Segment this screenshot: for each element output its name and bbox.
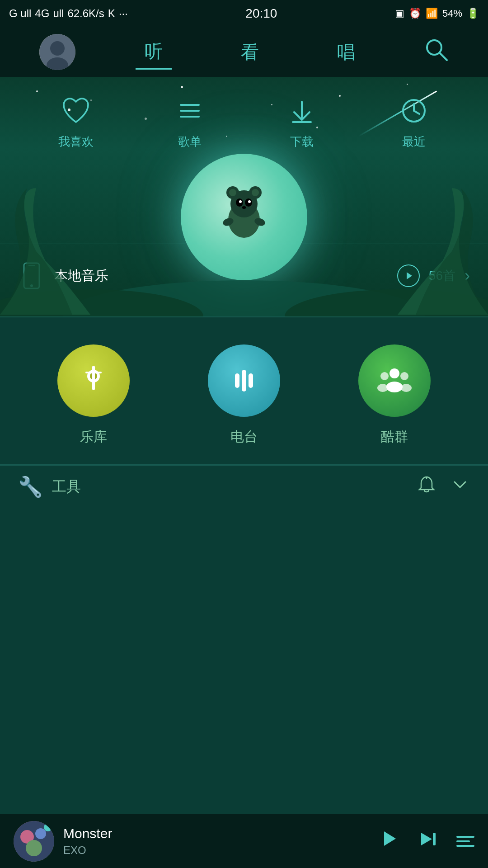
feature-section: 乐库 电台 <box>0 317 488 464</box>
svg-rect-38 <box>249 373 253 388</box>
signal2-icon: ull <box>53 7 64 20</box>
svg-rect-37 <box>242 370 246 392</box>
download-label: 下载 <box>290 134 314 150</box>
quick-action-download[interactable]: 下载 <box>286 95 318 150</box>
network-speed: 62.6K/s <box>67 7 104 20</box>
player-avatar[interactable] <box>14 821 54 862</box>
search-icon[interactable] <box>424 38 449 67</box>
svg-point-17 <box>252 189 259 196</box>
player-info: Monster EXO <box>63 826 368 857</box>
playlist-menu-icon <box>174 95 206 127</box>
signal-icon: G ull <box>9 7 31 20</box>
battery-icon: 🔋 <box>467 8 479 19</box>
nav-tab-watch[interactable]: 看 <box>232 35 268 69</box>
feature-grid: 乐库 电台 <box>18 344 470 446</box>
local-music-label: 本地音乐 <box>54 267 388 285</box>
library-circle <box>57 344 130 417</box>
next-button[interactable] <box>418 829 438 854</box>
svg-point-16 <box>229 189 236 196</box>
chevron-down-icon[interactable] <box>450 475 470 499</box>
status-right: ▣ ⏰ 📶 54% 🔋 <box>395 8 479 19</box>
tools-label: 工具 <box>52 477 81 497</box>
library-label: 乐库 <box>80 428 107 446</box>
feature-community[interactable]: 酷群 <box>358 344 431 446</box>
svg-point-40 <box>386 382 403 392</box>
nav-tab-sing[interactable]: 唱 <box>328 35 364 69</box>
quick-action-recent[interactable]: 最近 <box>398 95 430 150</box>
clock-icon <box>398 95 430 127</box>
tools-left: 🔧 工具 <box>18 475 81 499</box>
leaf-left-decoration <box>0 188 90 316</box>
bell-icon[interactable] <box>417 475 436 499</box>
panda-character <box>217 179 271 240</box>
alarm-icon: ⏰ <box>409 8 421 19</box>
radio-circle <box>208 344 280 417</box>
recent-label: 最近 <box>402 134 426 150</box>
svg-point-21 <box>248 200 251 203</box>
heart-icon <box>60 95 92 127</box>
community-label: 酷群 <box>381 428 408 446</box>
tools-right <box>417 475 470 499</box>
main-content: 我喜欢 歌单 <box>0 77 488 562</box>
player-artist: EXO <box>63 844 368 857</box>
svg-rect-36 <box>235 373 239 388</box>
svg-point-49 <box>26 840 42 856</box>
svg-marker-51 <box>421 833 432 845</box>
quick-action-favorites[interactable]: 我喜欢 <box>58 95 94 150</box>
bottom-player: Monster EXO <box>0 814 488 868</box>
feature-radio[interactable]: 电台 <box>208 344 280 446</box>
status-bar: G ull 4G ull 62.6K/s K ··· 20:10 ▣ ⏰ 📶 5… <box>0 0 488 27</box>
player-controls <box>377 827 474 856</box>
4g-icon: 4G <box>35 7 49 20</box>
leaf-right-decoration <box>398 188 488 316</box>
radio-label: 电台 <box>230 428 258 446</box>
wrench-icon: 🔧 <box>18 475 43 499</box>
top-nav: 听 看 唱 <box>0 27 488 77</box>
nav-tab-listen[interactable]: 听 <box>136 34 172 70</box>
svg-point-42 <box>377 384 388 392</box>
playlist-label: 歌单 <box>178 134 202 150</box>
community-circle <box>358 344 431 417</box>
svg-rect-52 <box>433 833 436 845</box>
svg-point-44 <box>401 384 412 392</box>
battery-label: 54% <box>442 8 462 19</box>
svg-point-20 <box>239 200 242 203</box>
quick-actions: 我喜欢 歌单 <box>0 95 488 150</box>
vibrate-icon: ▣ <box>395 8 404 19</box>
svg-point-1 <box>50 41 65 56</box>
status-time: 20:10 <box>245 6 277 21</box>
feature-library[interactable]: 乐库 <box>57 344 130 446</box>
player-title: Monster <box>63 826 368 841</box>
status-left: G ull 4G ull 62.6K/s K ··· <box>9 7 128 20</box>
wifi-icon: 📶 <box>426 8 438 19</box>
tools-section: 🔧 工具 <box>0 465 488 508</box>
user-avatar[interactable] <box>39 34 75 70</box>
svg-point-41 <box>380 372 389 380</box>
download-icon <box>286 95 318 127</box>
more-icon: ··· <box>119 7 128 20</box>
svg-point-39 <box>389 368 399 378</box>
svg-marker-50 <box>384 831 396 846</box>
player-dot <box>44 823 52 831</box>
svg-point-43 <box>400 372 408 380</box>
svg-point-22 <box>242 206 246 209</box>
favorites-label: 我喜欢 <box>58 134 94 150</box>
hero-banner: 我喜欢 歌单 <box>0 77 488 316</box>
quick-action-playlist[interactable]: 歌单 <box>174 95 206 150</box>
svg-line-11 <box>414 111 419 114</box>
tools-header: 🔧 工具 <box>18 475 470 499</box>
k-icon: K <box>108 7 115 20</box>
svg-line-4 <box>440 53 447 60</box>
playlist-button[interactable] <box>456 836 474 847</box>
play-button[interactable] <box>377 827 400 856</box>
